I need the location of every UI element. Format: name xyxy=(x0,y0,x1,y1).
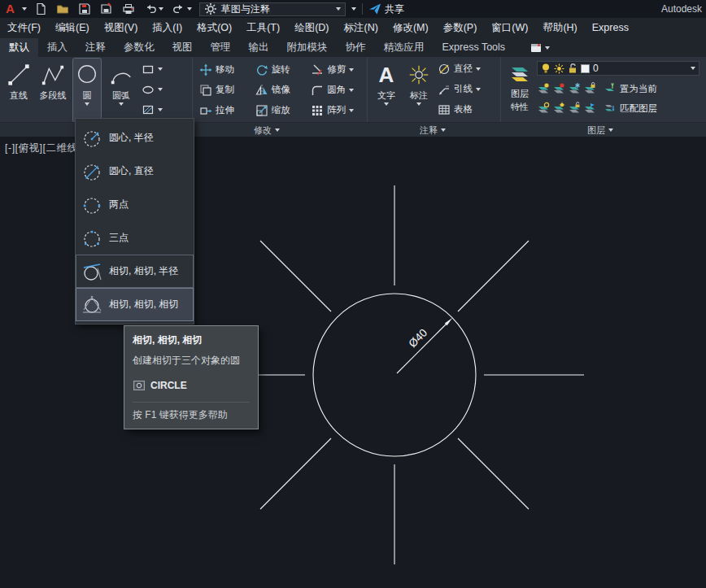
menu-item-three-point[interactable]: 三点 xyxy=(76,221,194,255)
menu-tools[interactable]: 工具(T) xyxy=(239,18,287,38)
tab-express-tools[interactable]: Express Tools xyxy=(434,38,515,57)
menu-item-two-point[interactable]: 两点 xyxy=(76,188,194,221)
share-button[interactable]: 共享 xyxy=(368,2,404,16)
tab-collaborate[interactable]: 协作 xyxy=(337,38,375,57)
dimension-tool-button[interactable]: 标注 xyxy=(405,59,433,122)
ellipse-tool-button[interactable] xyxy=(142,79,163,99)
panel-layers: 图层 特性 0 置为当前 xyxy=(501,57,706,122)
panel-draw: 直线 多段线 圆 圆弧 xyxy=(0,57,193,122)
tab-insert[interactable]: 插入 xyxy=(38,38,76,57)
ribbon-display-options-button[interactable] xyxy=(525,38,554,57)
sun-ray-ne[interactable] xyxy=(458,241,529,311)
menu-dimension[interactable]: 标注(N) xyxy=(337,18,386,38)
menu-express[interactable]: Express xyxy=(585,18,636,38)
rectangle-tool-button[interactable] xyxy=(142,59,163,79)
tab-addins[interactable]: 附加模块 xyxy=(278,38,337,57)
layer-properties-button[interactable]: 图层 特性 xyxy=(503,57,537,113)
leader-button[interactable]: 引线 xyxy=(438,79,481,99)
save-as-button[interactable] xyxy=(98,2,115,16)
mirror-tool-button[interactable]: 镜像 xyxy=(255,80,303,100)
hatch-caret-icon xyxy=(158,108,163,111)
dimension-icon xyxy=(407,63,431,87)
menu-draw[interactable]: 绘图(D) xyxy=(287,18,336,38)
undo-button[interactable] xyxy=(142,2,165,16)
layer-lock-tool-icon[interactable] xyxy=(583,82,596,95)
table-button[interactable]: 表格 xyxy=(438,99,481,120)
menu-window[interactable]: 窗口(W) xyxy=(484,18,535,38)
app-logo-icon[interactable]: A xyxy=(4,1,16,17)
scale-tool-button[interactable]: 缩放 xyxy=(255,100,303,120)
line-tool-button[interactable]: 直线 xyxy=(5,59,33,122)
tab-parametric[interactable]: 参数化 xyxy=(115,38,163,57)
save-button[interactable] xyxy=(76,2,93,16)
trim-tool-button[interactable]: 修剪 xyxy=(311,59,367,80)
rotate-tool-label: 旋转 xyxy=(272,63,290,76)
text-tool-button[interactable]: A 文字 xyxy=(373,59,400,122)
tab-output[interactable]: 输出 xyxy=(240,38,278,57)
layer-unlock-tool-icon[interactable] xyxy=(568,102,581,115)
arc-tool-button[interactable]: 圆弧 xyxy=(107,59,135,122)
open-file-button[interactable] xyxy=(54,2,71,16)
copy-tool-button[interactable]: 复制 xyxy=(199,80,247,100)
stretch-tool-button[interactable]: 拉伸 xyxy=(199,100,247,120)
modify-panel-label[interactable]: 修改 xyxy=(254,123,280,137)
workspace-switcher[interactable]: 草图与注释 xyxy=(199,2,346,16)
circle-tool-button[interactable]: 圆 xyxy=(73,59,101,122)
new-file-button[interactable] xyxy=(33,2,49,16)
gear-icon xyxy=(204,2,217,15)
sun-ray-sw[interactable] xyxy=(260,438,331,509)
sun-ray-se[interactable] xyxy=(458,438,529,509)
redo-button[interactable] xyxy=(171,2,194,16)
hatch-tool-button[interactable] xyxy=(142,99,163,120)
diameter-dim-button[interactable]: 直径 xyxy=(438,59,481,79)
menu-edit[interactable]: 编辑(E) xyxy=(48,18,97,38)
polyline-tool-button[interactable]: 多段线 xyxy=(39,59,67,122)
layer-off-tool-icon[interactable] xyxy=(537,82,550,95)
match-layer-button[interactable]: 匹配图层 xyxy=(604,98,657,119)
menu-view[interactable]: 视图(V) xyxy=(97,18,146,38)
fillet-caret-icon xyxy=(349,89,354,92)
quick-access-caret-icon[interactable] xyxy=(351,7,356,11)
layer-freeze-tool-icon[interactable] xyxy=(568,82,581,95)
menu-modify[interactable]: 修改(M) xyxy=(386,18,436,38)
app-menu-caret-icon[interactable] xyxy=(22,7,27,11)
diameter-dimension[interactable]: Ø40 xyxy=(397,318,452,373)
menu-parametric[interactable]: 参数(P) xyxy=(436,18,485,38)
layer-thaw-all-tool-icon[interactable] xyxy=(552,102,565,115)
layer-unisolate-tool-icon[interactable] xyxy=(537,102,550,115)
array-tool-button[interactable]: 阵列 xyxy=(311,100,367,120)
mirror-icon xyxy=(255,84,268,97)
move-icon xyxy=(199,63,212,76)
fillet-tool-button[interactable]: 圆角 xyxy=(311,80,367,100)
move-tool-button[interactable]: 移动 xyxy=(199,59,247,80)
menu-item-center-radius[interactable]: 圆心, 半径 xyxy=(76,121,194,155)
match-layer-icon xyxy=(604,102,617,115)
plot-icon xyxy=(122,2,135,15)
leader-caret-icon xyxy=(476,88,481,91)
menu-item-center-diameter[interactable]: 圆心, 直径 xyxy=(76,155,194,188)
annotation-panel-label[interactable]: 注释 xyxy=(420,123,446,137)
menu-insert[interactable]: 插入(I) xyxy=(145,18,190,38)
layer-panel-label[interactable]: 图层 xyxy=(587,123,613,137)
tab-view[interactable]: 视图 xyxy=(163,38,202,57)
layer-select-combo[interactable]: 0 xyxy=(537,61,699,76)
tab-annotate[interactable]: 注释 xyxy=(76,38,115,57)
tab-manage[interactable]: 管理 xyxy=(202,38,240,57)
tab-home[interactable]: 默认 xyxy=(0,38,38,57)
rotate-tool-button[interactable]: 旋转 xyxy=(255,59,303,80)
menu-file[interactable]: 文件(F) xyxy=(0,18,48,38)
sun-ray-nw[interactable] xyxy=(260,241,331,311)
layer-walk-tool-icon[interactable] xyxy=(583,102,596,115)
set-current-layer-button[interactable]: 置为当前 xyxy=(604,79,657,99)
menu-item-tan-tan-radius[interactable]: 相切, 相切, 半径 xyxy=(76,255,194,288)
menu-item-label: 三点 xyxy=(109,231,129,245)
ribbon: 直线 多段线 圆 圆弧 xyxy=(0,57,706,122)
dimension-text: Ø40 xyxy=(406,326,429,350)
menu-help[interactable]: 帮助(H) xyxy=(535,18,584,38)
plot-button[interactable] xyxy=(120,2,137,16)
menu-item-tan-tan-tan[interactable]: 相切, 相切, 相切 xyxy=(76,288,194,321)
layer-isolate-tool-icon[interactable] xyxy=(552,82,565,95)
drawn-circle[interactable] xyxy=(313,294,476,456)
tab-featured-apps[interactable]: 精选应用 xyxy=(375,38,434,57)
menu-format[interactable]: 格式(O) xyxy=(190,18,239,38)
